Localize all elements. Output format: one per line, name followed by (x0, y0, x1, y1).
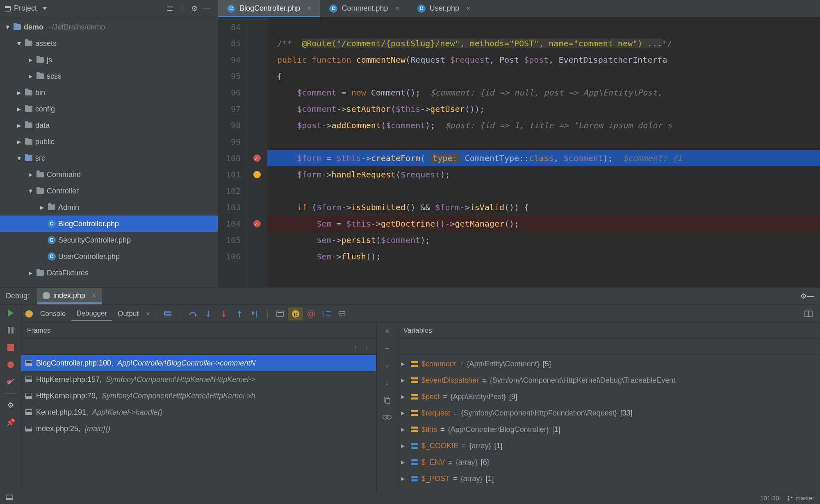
settings-button[interactable]: ⚙ (188, 2, 200, 15)
quick-evaluate-button[interactable]: c (288, 307, 303, 320)
debug-settings-side-button[interactable]: ⚙ (5, 400, 16, 411)
remove-watch-button[interactable]: − (381, 343, 393, 354)
gutter-slot[interactable] (247, 117, 267, 134)
stop-button[interactable] (5, 342, 16, 353)
file-SecurityController.php[interactable]: CSecurityController.php (0, 232, 218, 248)
resume-button[interactable] (5, 307, 16, 319)
status-bar: 101:30 master (0, 492, 820, 504)
pin-button[interactable]: 📌 (5, 417, 16, 428)
gutter-slot[interactable] (247, 101, 267, 117)
stack-frame[interactable]: HttpKernel.php:79, Symfony\Component\Htt… (21, 388, 376, 404)
gutter-slot[interactable] (247, 232, 267, 248)
folder-public[interactable]: public (0, 134, 218, 150)
tool-windows-button[interactable] (6, 495, 13, 502)
close-tab-icon[interactable]: × (308, 5, 311, 12)
folder-DataFixtures[interactable]: DataFixtures (0, 265, 218, 281)
file-BlogController.php[interactable]: CBlogController.php (0, 216, 218, 232)
evaluate-expression-button[interactable] (273, 307, 287, 320)
folder-config[interactable]: config (0, 101, 218, 117)
variable-row[interactable]: ▸$comment = {App\Entity\Comment} [5] (398, 356, 820, 372)
mute-breakpoints-button[interactable] (5, 376, 16, 388)
step-over-button[interactable] (185, 307, 200, 320)
duplicate-watch-button[interactable] (381, 394, 393, 406)
svg-rect-27 (386, 398, 390, 403)
run-to-cursor-button[interactable] (248, 307, 262, 320)
show-watches-button[interactable] (381, 411, 393, 423)
pause-button[interactable] (5, 325, 16, 336)
frame-up-button[interactable]: ↑ (354, 344, 357, 350)
close-tab-icon[interactable]: × (396, 5, 399, 12)
folder-src[interactable]: src (0, 150, 218, 166)
folder-assets[interactable]: assets (0, 35, 218, 52)
thread-dump-button[interactable]: 12 (319, 307, 334, 320)
project-view-selector[interactable]: Project (5, 4, 47, 13)
code-area[interactable]: 8485949596979899100101102103104105106 /*… (218, 17, 820, 287)
step-into-button[interactable] (201, 307, 216, 320)
folder-bin[interactable]: bin (0, 84, 218, 101)
close-output-icon[interactable]: × (146, 310, 150, 318)
gutter-slot[interactable] (247, 84, 267, 101)
variable-row[interactable]: ▸$request = {Symfony\Component\HttpFound… (398, 405, 820, 421)
folder-data[interactable]: data (0, 117, 218, 134)
output-tab[interactable]: Output (113, 307, 144, 320)
debug-session-tab[interactable]: index.php × (37, 288, 102, 304)
gutter-slot[interactable] (247, 216, 267, 232)
trace-button[interactable]: @ (304, 307, 319, 320)
svg-rect-19 (326, 315, 331, 316)
file-UserController.php[interactable]: CUserController.php (0, 248, 218, 265)
gutter-slot[interactable] (247, 134, 267, 150)
editor-tab-User.php[interactable]: CUser.php× (408, 0, 479, 17)
move-down-button[interactable]: ↓ (381, 377, 393, 388)
gutter-slot[interactable] (247, 19, 267, 35)
step-out-button[interactable] (232, 307, 247, 320)
editor-tab-Comment.php[interactable]: CComment.php× (320, 0, 408, 17)
stack-frame[interactable]: BlogController.php:100, App\Controller\B… (21, 355, 376, 371)
close-tab-icon[interactable]: × (467, 5, 470, 12)
collapse-all-button[interactable] (164, 2, 176, 15)
move-up-button[interactable]: ↑ (381, 360, 393, 371)
gutter-slot[interactable] (247, 52, 267, 68)
variable-row[interactable]: ▸$post = {App\Entity\Post} [9] (398, 388, 820, 405)
variable-row[interactable]: ▸$eventDispatcher = {Symfony\Component\H… (398, 372, 820, 388)
variable-row[interactable]: ▸$this = {App\Controller\BlogController}… (398, 421, 820, 438)
variable-row[interactable]: ▸$_ENV = {array} [6] (398, 454, 820, 470)
gutter-slot[interactable] (247, 68, 267, 84)
gutter-slot[interactable] (247, 199, 267, 216)
folder-Admin[interactable]: Admin (0, 199, 218, 216)
hide-debug-button[interactable]: — (807, 292, 814, 300)
stack-frame[interactable]: Kernel.php:191, App\Kernel->handle() (21, 404, 376, 420)
show-execution-point-button[interactable] (160, 307, 175, 320)
variable-row[interactable]: ▸$_POST = {array} [1] (398, 470, 820, 487)
view-breakpoints-button[interactable] (5, 359, 16, 370)
gutter-slot[interactable] (247, 248, 267, 265)
debugger-tab[interactable]: Debugger (71, 307, 112, 321)
editor-tab-BlogController.php[interactable]: CBlogController.php× (218, 0, 320, 17)
folder-Controller[interactable]: Controller (0, 183, 218, 199)
caret-position[interactable]: 101:30 (760, 495, 779, 502)
debug-settings-button[interactable]: ⚙ (800, 292, 807, 301)
hide-sidebar-button[interactable]: — (200, 2, 213, 15)
code-body[interactable]: /** @Route("/comment/{postSlug}/new", me… (267, 17, 820, 287)
gutter-slot[interactable] (247, 35, 267, 52)
settings-toolbar-button[interactable]: + (335, 307, 350, 320)
folder-js[interactable]: js (0, 52, 218, 68)
close-session-icon[interactable]: × (92, 291, 96, 300)
layout-button[interactable] (801, 307, 816, 320)
gutter-slot[interactable] (247, 166, 267, 183)
variable-row[interactable]: ▸$_COOKIE = {array} [1] (398, 438, 820, 454)
git-branch-widget[interactable]: master (787, 495, 814, 502)
gutter-slot[interactable] (247, 183, 267, 199)
line-number: 97 (218, 101, 241, 117)
force-step-into-button[interactable] (216, 307, 231, 320)
frame-down-button[interactable]: ↓ (365, 344, 368, 350)
folder-demo[interactable]: demo ~/JetBrains/demo (0, 19, 218, 35)
folder-Command[interactable]: Command (0, 166, 218, 183)
stack-frame[interactable]: HttpKernel.php:157, Symfony\Component\Ht… (21, 371, 376, 388)
breakpoint-gutter[interactable] (247, 17, 267, 287)
tree-arrow-icon (16, 88, 22, 97)
console-tab[interactable]: Console (35, 307, 71, 320)
folder-scss[interactable]: scss (0, 68, 218, 84)
stack-frame[interactable]: index.php:25, {main}() (21, 420, 376, 437)
gutter-slot[interactable] (247, 150, 267, 166)
add-watch-button[interactable]: + (381, 325, 393, 337)
